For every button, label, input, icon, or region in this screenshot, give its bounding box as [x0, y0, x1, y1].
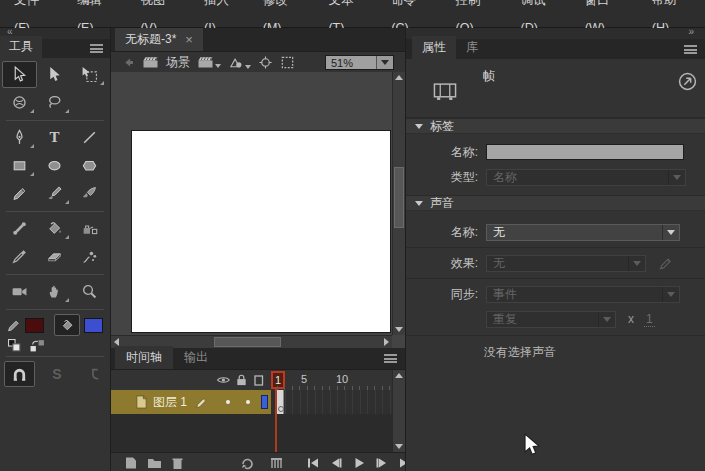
layer-lock-dot[interactable]	[246, 400, 250, 404]
tab-library[interactable]: 库	[456, 36, 488, 59]
panel-menu-icon[interactable]	[684, 45, 697, 54]
oval-tool-button[interactable]	[37, 152, 72, 179]
selection-tool-button[interactable]	[2, 61, 37, 88]
section-label-header[interactable]: 标签	[406, 118, 705, 134]
label-name-input[interactable]	[486, 144, 684, 160]
stroke-color-swatch[interactable]	[25, 318, 44, 333]
panel-menu-icon[interactable]	[90, 44, 103, 53]
layer-row[interactable]: 图层 1	[111, 390, 392, 414]
quick-exchange-icon[interactable]	[678, 72, 697, 91]
paintbrush-tool-button[interactable]	[72, 180, 107, 207]
polystar-tool-button[interactable]	[72, 152, 107, 179]
deco-tool-button[interactable]	[72, 243, 107, 270]
layer-name[interactable]: 图层 1	[153, 394, 187, 411]
default-colors-icon[interactable]	[8, 339, 21, 352]
loop-button[interactable]	[240, 456, 255, 470]
scroll-up-icon[interactable]	[395, 373, 403, 378]
document-tab[interactable]: 无标题-3* ×	[115, 28, 203, 51]
lasso-tool-button[interactable]	[37, 89, 72, 116]
pasteboard[interactable]	[111, 72, 405, 348]
clip-bounds-icon[interactable]	[280, 55, 295, 70]
dropdown-arrow-icon	[381, 60, 389, 65]
text-tool-button[interactable]: T	[37, 124, 72, 151]
edit-symbols-button[interactable]	[228, 55, 251, 70]
show-hide-eye-icon[interactable]	[216, 374, 231, 386]
smooth-option-button[interactable]: S	[41, 361, 72, 387]
blank-keyframe-cell[interactable]	[277, 390, 284, 414]
section-sound-header[interactable]: 声音	[406, 195, 705, 211]
eraser-tool-button[interactable]	[37, 243, 72, 270]
scroll-right-icon[interactable]	[384, 338, 389, 346]
lock-icon[interactable]	[235, 373, 248, 387]
deco-icon	[81, 248, 98, 265]
zoom-tool-button[interactable]	[72, 278, 107, 305]
straighten-icon	[86, 366, 103, 383]
vertical-scrollbar[interactable]	[392, 72, 405, 335]
layer-visibility-dot[interactable]	[226, 400, 230, 404]
play-button[interactable]	[352, 456, 366, 470]
sound-name-dropdown[interactable]: 无	[486, 224, 680, 241]
center-frame-icon[interactable]	[258, 55, 273, 70]
layer-outline-color-swatch[interactable]	[261, 395, 268, 409]
tab-close-icon[interactable]: ×	[185, 33, 193, 46]
text-tool-icon: T	[49, 129, 59, 146]
fill-color-swatch[interactable]	[84, 318, 103, 333]
back-arrow-icon[interactable]	[122, 56, 135, 69]
rectangle-tool-button[interactable]	[2, 152, 37, 179]
last-frame-button[interactable]	[398, 456, 405, 470]
brush-tool-button[interactable]	[37, 180, 72, 207]
horizontal-scroll-thumb[interactable]	[214, 337, 281, 347]
tools-tabbar: 工具	[0, 39, 110, 58]
label-type-dropdown: 名称	[486, 169, 686, 186]
playhead-line[interactable]	[275, 389, 277, 452]
subselection-tool-button[interactable]	[37, 61, 72, 88]
first-frame-button[interactable]	[306, 456, 320, 470]
tab-properties[interactable]: 属性	[412, 36, 456, 59]
scene-breadcrumb[interactable]: 场景	[166, 54, 190, 71]
edit-scene-button[interactable]	[197, 55, 221, 69]
scroll-down-icon[interactable]	[395, 444, 403, 449]
gradient-transform-tool-button[interactable]	[2, 89, 37, 116]
scroll-up-icon[interactable]	[395, 75, 403, 80]
camera-tool-button[interactable]	[2, 278, 37, 305]
new-folder-button[interactable]	[147, 456, 162, 470]
frame-icon	[433, 82, 457, 101]
tab-timeline[interactable]: 时间轴	[115, 346, 173, 369]
zoom-level-select[interactable]: 51%	[325, 55, 394, 70]
straighten-option-button[interactable]	[79, 361, 110, 387]
new-layer-button[interactable]	[124, 456, 138, 470]
next-frame-button[interactable]	[375, 456, 389, 470]
stage-canvas[interactable]	[131, 130, 391, 333]
tab-tools[interactable]: 工具	[0, 36, 42, 58]
panel-menu-icon[interactable]	[384, 354, 397, 363]
fill-color-button[interactable]	[54, 314, 80, 336]
timeline-scrollbar[interactable]	[392, 370, 405, 452]
lasso-icon	[46, 94, 63, 111]
swap-colors-icon[interactable]	[30, 339, 45, 352]
zoom-dropdown-button[interactable]	[376, 56, 393, 69]
scroll-left-icon[interactable]	[114, 338, 119, 346]
eyedropper-tool-button[interactable]	[2, 243, 37, 270]
bone-icon	[11, 220, 28, 237]
snap-to-objects-toggle[interactable]	[4, 361, 35, 387]
paint-bucket-tool-button[interactable]	[37, 215, 72, 242]
sound-effect-label: 效果:	[406, 255, 478, 272]
modify-markers-button[interactable]	[270, 456, 283, 470]
vertical-scroll-thumb[interactable]	[394, 167, 404, 228]
delete-layer-button[interactable]	[171, 456, 184, 470]
frame-strip[interactable]	[271, 390, 392, 414]
tab-output[interactable]: 输出	[173, 346, 219, 369]
scroll-down-icon[interactable]	[395, 327, 403, 332]
prev-frame-button[interactable]	[329, 456, 343, 470]
hand-tool-button[interactable]	[37, 278, 72, 305]
timeline-main: 1 5 10 图层 1	[111, 370, 405, 452]
collapse-panel-icon[interactable]: »	[688, 26, 693, 37]
transform-selection-tool-button[interactable]	[72, 61, 107, 88]
outline-view-icon[interactable]	[253, 374, 265, 387]
pen-tool-button[interactable]	[2, 124, 37, 151]
ink-bottle-tool-button[interactable]	[72, 215, 107, 242]
line-tool-button[interactable]	[72, 124, 107, 151]
pencil-tool-button[interactable]	[2, 180, 37, 207]
timeline-body[interactable]	[111, 414, 392, 452]
bone-tool-button[interactable]	[2, 215, 37, 242]
